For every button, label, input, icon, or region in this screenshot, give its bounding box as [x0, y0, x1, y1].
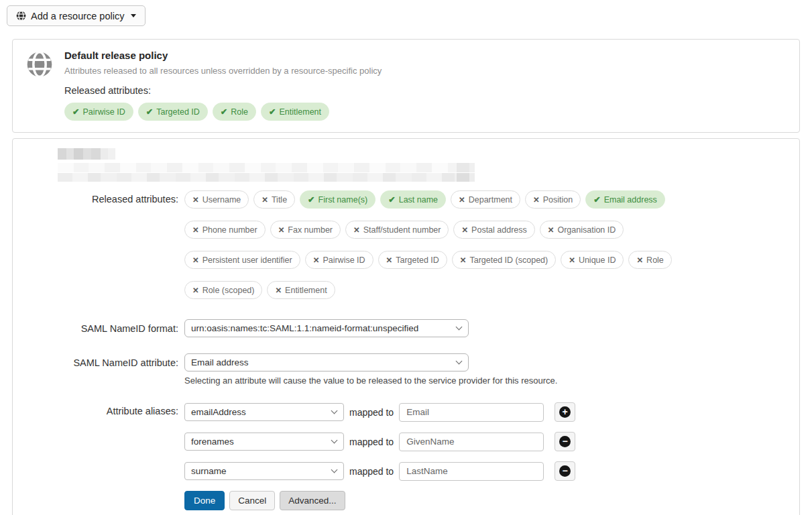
mapped-to-label: mapped to	[349, 437, 394, 447]
x-icon: ✕	[262, 195, 268, 205]
done-button[interactable]: Done	[184, 491, 225, 510]
default-release-policy-card: Default release policy Attributes releas…	[12, 39, 800, 133]
x-icon: ✕	[353, 225, 360, 235]
alias-rows: emailAddress mapped to + forenames	[184, 402, 575, 481]
alias-source-select[interactable]: forenames	[184, 433, 344, 451]
plus-minus-icon: +	[559, 406, 571, 418]
attribute-pill-label: Targeted ID (scoped)	[470, 255, 548, 265]
cancel-button[interactable]: Cancel	[229, 491, 275, 510]
attribute-pill-label: Role (scoped)	[202, 286, 255, 295]
plus-minus-icon: −	[559, 465, 571, 477]
x-icon: ✕	[569, 255, 575, 265]
mapped-to-label: mapped to	[349, 407, 394, 418]
attribute-pill[interactable]: ✕ ✔ Persistent user identifier	[184, 251, 300, 269]
x-icon: ✕	[192, 286, 199, 295]
x-icon: ✕	[461, 225, 468, 235]
default-policy-title: Default release policy	[64, 50, 382, 61]
released-attributes-label: Released attributes:	[26, 190, 178, 205]
check-icon: ✔	[308, 194, 314, 205]
attribute-pill[interactable]: ✕ ✔ Targeted ID	[138, 103, 208, 121]
attribute-pill[interactable]: ✕ ✔ Targeted ID (scoped)	[452, 251, 556, 269]
nameid-attribute-select[interactable]: Email address	[184, 353, 469, 371]
x-icon: ✕	[275, 286, 282, 295]
attribute-pill[interactable]: ✕ ✔ Fax number	[270, 221, 341, 239]
attribute-pill[interactable]: ✕ ✔ Entitlement	[267, 281, 335, 299]
attribute-pill[interactable]: ✕ ✔ First name(s)	[300, 190, 375, 209]
check-icon: ✔	[72, 107, 79, 117]
attribute-pill[interactable]: ✕ ✔ Position	[525, 190, 581, 209]
attribute-alias-row: emailAddress mapped to +	[184, 402, 575, 422]
attribute-pill-label: Persistent user identifier	[202, 255, 292, 265]
attribute-pill-label: Pairwise ID	[82, 107, 125, 117]
redacted-text-block	[58, 163, 475, 172]
alias-target-input[interactable]	[399, 433, 544, 451]
alias-action-button[interactable]: −	[555, 461, 575, 481]
released-attributes-label: Released attributes:	[64, 85, 382, 96]
x-icon: ✕	[278, 225, 285, 235]
attribute-pill[interactable]: ✕ ✔ Phone number	[184, 221, 266, 239]
attribute-pill-label: First name(s)	[318, 195, 368, 205]
attribute-alias-row: forenames mapped to −	[184, 432, 575, 451]
attribute-pill-label: Entitlement	[285, 286, 327, 295]
resource-policy-pills: ✕ ✔ Username ✕ ✔ Title ✕ ✔ First name(s)	[184, 190, 721, 299]
attribute-pill-label: Role	[646, 255, 664, 265]
attribute-pill[interactable]: ✕ ✔ Targeted ID	[378, 251, 447, 269]
default-policy-content: Default release policy Attributes releas…	[64, 50, 382, 121]
redacted-resource-title	[58, 148, 786, 182]
add-resource-policy-label: Add a resource policy	[31, 11, 124, 21]
attribute-pill-label: Unique ID	[579, 255, 616, 265]
toolbar: Add a resource policy	[7, 5, 812, 26]
attribute-alias-row: surname mapped to −	[184, 461, 575, 481]
attribute-pill[interactable]: ✕ ✔ Last name	[380, 190, 446, 209]
attribute-pill-label: Targeted ID	[396, 255, 439, 265]
attribute-pill-label: Targeted ID	[156, 107, 200, 117]
alias-source-select[interactable]: surname	[184, 462, 344, 480]
alias-target-input[interactable]	[399, 403, 544, 422]
check-icon: ✔	[388, 194, 395, 205]
resource-policy-card: Released attributes: ✕ ✔ Username ✕ ✔ Ti…	[12, 138, 800, 515]
nameid-attribute-help: Selecting an attribute will cause the va…	[184, 376, 786, 386]
alias-target-input[interactable]	[399, 462, 544, 481]
attribute-pill[interactable]: ✕ ✔ Username	[184, 190, 249, 209]
advanced-button[interactable]: Advanced...	[280, 491, 345, 510]
x-icon: ✕	[386, 255, 393, 265]
redacted-text-block	[58, 148, 115, 160]
check-icon: ✔	[146, 107, 153, 117]
nameid-format-row: SAML NameID format: urn:oasis:names:tc:S…	[26, 319, 786, 337]
attribute-pill-label: Role	[231, 107, 248, 117]
alias-source-select[interactable]: emailAddress	[184, 403, 344, 421]
x-icon: ✕	[459, 195, 465, 205]
attribute-pill-label: Entitlement	[280, 107, 322, 117]
alias-action-button[interactable]: −	[555, 432, 575, 451]
x-icon: ✕	[533, 195, 540, 205]
attribute-pill[interactable]: ✕ ✔ Email address	[585, 190, 665, 209]
attribute-pill[interactable]: ✕ ✔ Role (scoped)	[184, 281, 262, 299]
attribute-pill[interactable]: ✕ ✔ Unique ID	[561, 251, 624, 269]
attribute-pill[interactable]: ✕ ✔ Role	[628, 251, 671, 269]
attribute-pill[interactable]: ✕ ✔ Postal address	[453, 221, 534, 239]
alias-action-button[interactable]: +	[555, 402, 575, 422]
attribute-pill[interactable]: ✕ ✔ Department	[451, 190, 520, 209]
attribute-pill[interactable]: ✕ ✔ Title	[253, 190, 295, 209]
attribute-pill[interactable]: ✕ ✔ Role	[213, 103, 256, 121]
attribute-pill[interactable]: ✕ ✔ Staff/student number	[345, 221, 449, 239]
default-policy-pills: ✕ ✔ Pairwise ID ✕ ✔ Targeted ID ✕ ✔ Role	[64, 103, 382, 121]
attribute-pill[interactable]: ✕ ✔ Entitlement	[261, 103, 329, 121]
default-policy-description: Attributes released to all resources unl…	[64, 66, 382, 76]
attribute-pill-label: Fax number	[288, 225, 333, 235]
attribute-pill[interactable]: ✕ ✔ Pairwise ID	[64, 103, 133, 121]
attribute-pill-label: Department	[469, 195, 512, 205]
attribute-pill-label: Phone number	[202, 225, 257, 235]
attribute-pill[interactable]: ✕ ✔ Pairwise ID	[305, 251, 373, 269]
nameid-attribute-label: SAML NameID attribute:	[26, 357, 178, 368]
nameid-format-select[interactable]: urn:oasis:names:tc:SAML:1.1:nameid-forma…	[184, 319, 469, 337]
x-icon: ✕	[636, 255, 643, 265]
attribute-pill-label: Position	[543, 195, 573, 205]
x-icon: ✕	[192, 255, 199, 265]
released-attributes-row: Released attributes: ✕ ✔ Username ✕ ✔ Ti…	[26, 190, 786, 299]
attribute-pill[interactable]: ✕ ✔ Organisation ID	[540, 221, 624, 239]
caret-down-icon	[131, 14, 136, 17]
attribute-pill-label: Postal address	[471, 225, 527, 235]
plus-minus-icon: −	[559, 436, 571, 447]
add-resource-policy-button[interactable]: Add a resource policy	[7, 5, 146, 26]
